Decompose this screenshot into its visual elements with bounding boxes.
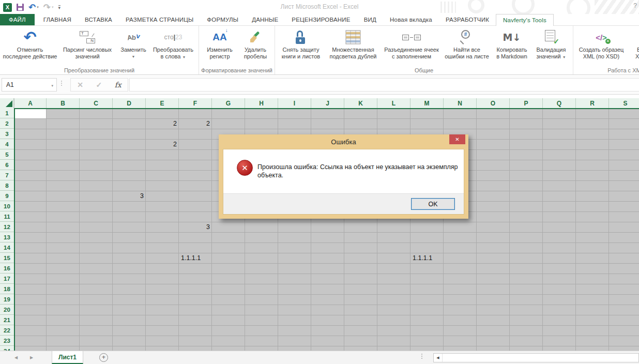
tab-главная[interactable]: ГЛАВНАЯ xyxy=(37,14,78,25)
row-header-3[interactable]: 3 xyxy=(0,129,14,139)
copy-to-markdown-button[interactable]: M↓Копироватьв Markdown xyxy=(492,27,531,67)
row-header-20[interactable]: 20 xyxy=(0,305,14,315)
create-xml-sample-button[interactable]: </>+Создать образецXML (по XSD) xyxy=(575,27,627,67)
sheet-tab[interactable]: Лист1 xyxy=(52,351,83,364)
name-box[interactable]: A1 ▾ xyxy=(2,78,57,92)
row-header-19[interactable]: 19 xyxy=(0,294,14,305)
column-header-R[interactable]: R xyxy=(576,98,609,108)
row-header-4[interactable]: 4 xyxy=(0,139,14,149)
convert-to-words-button[interactable]: сто|23Преобразоватьв слова ▼ xyxy=(150,27,196,67)
tab-рецензирование[interactable]: РЕЦЕНЗИРОВАНИЕ xyxy=(285,14,357,25)
column-header-B[interactable]: B xyxy=(47,98,80,108)
tab-файл[interactable]: ФАЙЛ xyxy=(0,14,35,25)
name-box-dropdown-icon[interactable]: ▾ xyxy=(51,84,53,88)
column-header-K[interactable]: K xyxy=(344,98,377,108)
column-header-O[interactable]: O xyxy=(477,98,510,108)
row-header-5[interactable]: 5 xyxy=(0,149,14,160)
validate-xml-button[interactable]: </>✓ВалидацияXML по XSD xyxy=(627,27,639,67)
insert-function-icon[interactable]: fx xyxy=(115,81,121,89)
parse-numbers-button[interactable]: TNПарсинг числовыхзначений xyxy=(58,27,117,67)
column-header-H[interactable]: H xyxy=(245,98,278,108)
column-header-A[interactable]: A xyxy=(14,98,47,108)
tab-вставка[interactable]: ВСТАВКА xyxy=(78,14,119,25)
column-header-D[interactable]: D xyxy=(113,98,146,108)
row-header-16[interactable]: 16 xyxy=(0,263,14,274)
column-header-G[interactable]: G xyxy=(212,98,245,108)
remove-spaces-button[interactable]: Удалитьпробелы xyxy=(238,27,272,67)
ribbon-tab-row: ФАЙЛГЛАВНАЯВСТАВКАРАЗМЕТКА СТРАНИЦЫФОРМУ… xyxy=(0,14,639,26)
change-case-button[interactable]: AA↓Изменитьрегистр xyxy=(201,27,238,67)
dialog-message-zone: ✕ Произошла ошибка: Ссылка на объект не … xyxy=(223,149,464,194)
ribbon-group-label: Работа с XML xyxy=(573,67,639,73)
cell-F15[interactable]: 1.1.1.1 xyxy=(179,253,212,263)
tab-формулы[interactable]: ФОРМУЛЫ xyxy=(200,14,245,25)
prev-sheet-icon[interactable]: ◀ xyxy=(14,355,18,360)
column-header-J[interactable]: J xyxy=(311,98,344,108)
row-header-12[interactable]: 12 xyxy=(0,222,14,232)
cell-E2[interactable]: 2 xyxy=(146,118,179,129)
tab-новая-вкладка[interactable]: Новая вкладка xyxy=(383,14,439,25)
tab-данные[interactable]: ДАННЫЕ xyxy=(245,14,285,25)
next-sheet-icon[interactable]: ▶ xyxy=(30,355,33,360)
row-header-2[interactable]: 2 xyxy=(0,118,14,129)
unmerge-cells-fill-button[interactable]: Разъединение ячеекс заполнением xyxy=(382,27,442,67)
row-header-11[interactable]: 11 xyxy=(0,211,14,222)
cell-F2[interactable]: 2 xyxy=(179,118,212,129)
cancel-icon[interactable]: ✕ xyxy=(77,81,83,89)
column-header-F[interactable]: F xyxy=(179,98,212,108)
horizontal-scrollbar[interactable]: ◀ xyxy=(433,353,639,362)
row-header-17[interactable]: 17 xyxy=(0,274,14,284)
dialog-close-button[interactable]: ✕ xyxy=(449,134,465,144)
column-header-E[interactable]: E xyxy=(146,98,179,108)
dialog-title-bar[interactable]: Ошибка xyxy=(219,134,468,149)
find-all-errors-button[interactable]: #Найти всеошибки на листе xyxy=(442,27,492,67)
tab-разметка-страницы[interactable]: РАЗМЕТКА СТРАНИЦЫ xyxy=(119,14,200,25)
row-header-10[interactable]: 10 xyxy=(0,201,14,211)
row-header-9[interactable]: 9 xyxy=(0,191,14,201)
row-header-13[interactable]: 13 xyxy=(0,232,14,242)
column-header-S[interactable]: S xyxy=(609,98,639,108)
row-header-22[interactable]: 22 xyxy=(0,325,14,336)
formula-input[interactable] xyxy=(129,78,639,92)
undo-last-action-button[interactable]: ↶Отменитьпоследнее действие xyxy=(2,27,58,67)
tab-navferty-s-tools[interactable]: Navferty's Tools xyxy=(496,14,554,26)
help-icon[interactable]: ? xyxy=(633,2,637,9)
unprotect-workbook-button[interactable]: Снять защитукниги и листов xyxy=(277,27,325,67)
cell-F12[interactable]: 3 xyxy=(179,222,212,232)
cell-E4[interactable]: 2 xyxy=(146,139,179,149)
row-header-7[interactable]: 7 xyxy=(0,170,14,180)
tab-разработчик[interactable]: РАЗРАБОТЧИК xyxy=(439,14,496,25)
ok-button[interactable]: OK xyxy=(411,198,455,210)
row-header-15[interactable]: 15 xyxy=(0,253,14,263)
row-header-23[interactable]: 23 xyxy=(0,336,14,346)
row-header-1[interactable]: 1 xyxy=(0,108,14,118)
cell-D9[interactable]: 3 xyxy=(113,191,146,201)
close-icon: ✕ xyxy=(455,136,459,142)
replace-button[interactable]: AbvЗаменить▼ xyxy=(117,27,150,67)
column-header-N[interactable]: N xyxy=(444,98,477,108)
row-header-6[interactable]: 6 xyxy=(0,160,14,170)
select-all-button[interactable] xyxy=(0,98,14,108)
cell-M15[interactable]: 1.1.1.1 xyxy=(410,253,444,263)
ribbon: ↶Отменитьпоследнее действиеTNПарсинг чис… xyxy=(0,26,639,75)
sheetbar-separator[interactable] xyxy=(421,354,422,359)
highlight-duplicates-button[interactable]: Множественнаяподсветка дублей xyxy=(325,27,382,67)
column-header-C[interactable]: C xyxy=(80,98,113,108)
tab-вид[interactable]: ВИД xyxy=(357,14,383,25)
formula-bar-separator xyxy=(61,81,62,86)
column-header-P[interactable]: P xyxy=(510,98,543,108)
row-header-21[interactable]: 21 xyxy=(0,315,14,325)
column-header-Q[interactable]: Q xyxy=(543,98,576,108)
active-cell[interactable] xyxy=(15,109,46,118)
row-header-18[interactable]: 18 xyxy=(0,284,14,294)
validate-values-button[interactable]: ✓Валидациязначений ▼ xyxy=(531,27,571,67)
scroll-left-icon[interactable]: ◀ xyxy=(434,354,443,362)
enter-icon[interactable]: ✓ xyxy=(96,81,102,89)
add-sheet-button[interactable]: + xyxy=(99,353,108,362)
row-header-14[interactable]: 14 xyxy=(0,242,14,253)
column-header-I[interactable]: I xyxy=(278,98,311,108)
row-header-8[interactable]: 8 xyxy=(0,180,14,191)
column-header-L[interactable]: L xyxy=(377,98,410,108)
row-header-24[interactable]: 24 xyxy=(0,346,14,351)
column-header-M[interactable]: M xyxy=(410,98,444,108)
